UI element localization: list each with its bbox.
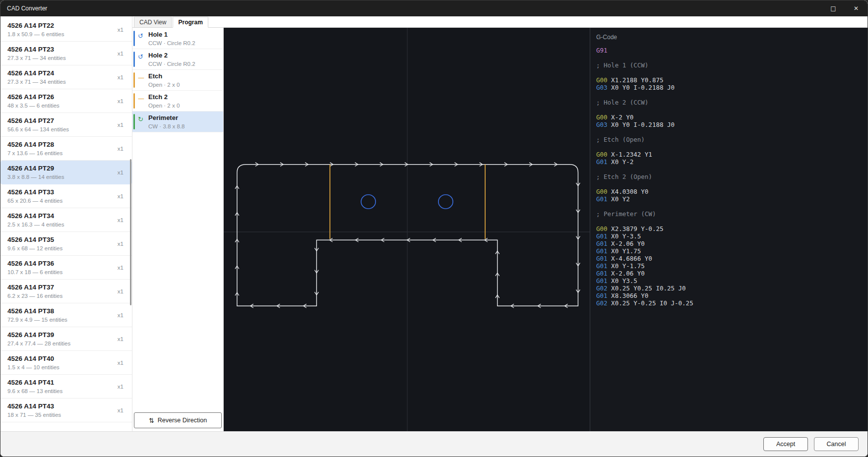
part-name: 4526 A14 PT27: [7, 117, 114, 125]
part-list-item[interactable]: 4526 A14 PT419.6 x 68 — 13 entitiesx1: [0, 375, 132, 399]
gcode-line: G01 X0 Y-1.75: [596, 262, 862, 270]
part-info: 4526 A14 PT221.8 x 50.9 — 6 entities: [7, 22, 114, 37]
part-detail: 27.4 x 77.4 — 28 entities: [7, 341, 114, 346]
gcode-cmd: G01: [596, 158, 608, 166]
part-info: 4526 A14 PT401.5 x 4 — 10 entities: [7, 355, 114, 370]
part-list-item[interactable]: 4526 A14 PT3365 x 20.6 — 4 entitiesx1: [0, 184, 132, 208]
operation-item[interactable]: —Etch 2Open · 2 x 0: [132, 91, 223, 112]
tab-cad-view[interactable]: CAD View: [134, 17, 172, 28]
gcode-args: X0 Y-2: [608, 158, 634, 166]
gcode-cmd: G01: [596, 195, 608, 203]
part-detail: 27.3 x 71 — 34 entities: [7, 79, 114, 85]
op-accent-bar: [133, 114, 135, 129]
gcode-line: G03 X0 Y0 I-0.2188 J0: [596, 121, 862, 128]
cad-canvas[interactable]: [224, 28, 590, 431]
part-name: 4526 A14 PT44: [7, 430, 114, 431]
part-list-item[interactable]: 4526 A14 PT359.6 x 68 — 12 entitiesx1: [0, 232, 132, 256]
gcode-args: X0 Y3.5: [608, 277, 637, 285]
gcode-cmd: G02: [596, 299, 608, 307]
gcode-panel: G-Code G91 ; Hole 1 (CCW) G00 X1.2188 Y0…: [590, 28, 868, 431]
part-list-item[interactable]: 4526 A14 PT221.8 x 50.9 — 6 entitiesx1: [0, 18, 132, 42]
part-qty: x1: [118, 431, 124, 432]
part-list-item[interactable]: 4526 A14 PT44x1: [0, 422, 132, 431]
gcode-line: [596, 218, 862, 225]
ccw-arrow-icon: ↺: [138, 53, 143, 60]
part-info: 4526 A14 PT3365 x 20.6 — 4 entities: [7, 188, 114, 204]
gcode-line: ; Perimeter (CW): [596, 210, 862, 218]
operation-info: Hole 1CCW · Circle R0.2: [148, 31, 219, 46]
reverse-direction-button[interactable]: ⇅ Reverse Direction: [134, 412, 222, 428]
gcode-args: X0 Y2: [608, 195, 630, 203]
operation-item[interactable]: ↺Hole 2CCW · Circle R0.2: [132, 49, 223, 70]
etch-line-icon: —: [138, 74, 144, 81]
part-list-item[interactable]: 4526 A14 PT2327.3 x 71 — 34 entitiesx1: [0, 42, 132, 65]
cancel-button[interactable]: Cancel: [814, 437, 859, 451]
part-list: 4526 A14 PT221.8 x 50.9 — 6 entitiesx145…: [0, 16, 132, 431]
sidebar-scrollbar[interactable]: [130, 159, 131, 305]
gcode-args: X0.25 Y-0.25 I0 J-0.25: [608, 299, 693, 307]
part-qty: x1: [118, 336, 124, 342]
op-accent-bar: [133, 31, 135, 46]
part-detail: 10.7 x 18 — 6 entities: [7, 269, 114, 275]
gcode-args: X4.0308 Y0: [608, 188, 649, 195]
operation-item[interactable]: ↺Hole 1CCW · Circle R0.2: [132, 28, 223, 49]
close-icon[interactable]: ✕: [845, 0, 868, 16]
part-list-item[interactable]: 4526 A14 PT293.8 x 8.8 — 14 entitiesx1: [0, 161, 132, 184]
gcode-args: X2.3879 Y-0.25: [608, 225, 664, 232]
part-list-item[interactable]: 4526 A14 PT287 x 13.6 — 16 entitiesx1: [0, 137, 132, 161]
accept-button[interactable]: Accept: [763, 437, 808, 451]
part-qty: x1: [118, 51, 124, 57]
gcode-line: G00 X-2 Y0: [596, 114, 862, 121]
part-list-item[interactable]: 4526 A14 PT342.5 x 16.3 — 4 entitiesx1: [0, 208, 132, 232]
part-list-item[interactable]: 4526 A14 PT3927.4 x 77.4 — 28 entitiesx1: [0, 327, 132, 351]
gcode-cmd: G01: [596, 277, 608, 285]
gcode-args: X0.25 Y0.25 I0.25 J0: [608, 285, 686, 292]
ccw-arrow-icon: ↺: [138, 32, 143, 40]
part-info: 4526 A14 PT2427.3 x 71 — 34 entities: [7, 69, 114, 85]
part-list-item[interactable]: 4526 A14 PT2427.3 x 71 — 34 entitiesx1: [0, 65, 132, 89]
gcode-line: [596, 128, 862, 136]
part-list-item[interactable]: 4526 A14 PT2648 x 3.5 — 6 entitiesx1: [0, 89, 132, 113]
operation-item[interactable]: —EtchOpen · 2 x 0: [132, 70, 223, 91]
part-name: 4526 A14 PT26: [7, 93, 114, 101]
part-qty: x1: [118, 122, 124, 128]
gcode-cmd: G03: [596, 121, 608, 128]
canvas-area: [224, 28, 590, 431]
part-list-item[interactable]: 4526 A14 PT3872.9 x 4.9 — 15 entitiesx1: [0, 303, 132, 327]
gcode-cmd: G01: [596, 240, 608, 247]
gcode-line: G01 X0 Y1.75: [596, 247, 862, 255]
operation-info: PerimeterCW · 3.8 x 8.8: [148, 114, 219, 129]
tab-program[interactable]: Program: [173, 17, 208, 28]
part-list-item[interactable]: 4526 A14 PT3610.7 x 18 — 6 entitiesx1: [0, 256, 132, 280]
part-detail: 3.8 x 8.8 — 14 entities: [7, 174, 114, 180]
gcode-cmd: G02: [596, 285, 608, 292]
part-detail: 9.6 x 68 — 13 entities: [7, 388, 114, 394]
part-info: 4526 A14 PT293.8 x 8.8 — 14 entities: [7, 165, 114, 180]
gcode-line: G01 X8.3066 Y0: [596, 292, 862, 299]
gcode-args: X8.3066 Y0: [608, 292, 649, 299]
part-list-item[interactable]: 4526 A14 PT4318 x 71 — 35 entitiesx1: [0, 399, 132, 422]
part-detail: 18 x 71 — 35 entities: [7, 412, 114, 418]
part-qty: x1: [118, 288, 124, 294]
gcode-line: G01 X0 Y-3.5: [596, 232, 862, 240]
operation-detail: Open · 2 x 0: [148, 82, 219, 88]
operation-detail: Open · 2 x 0: [148, 103, 219, 109]
part-qty: x1: [118, 241, 124, 247]
operation-detail: CW · 3.8 x 8.8: [148, 123, 219, 129]
part-list-item[interactable]: 4526 A14 PT376.2 x 23 — 16 entitiesx1: [0, 280, 132, 303]
tabstrip: CAD ViewProgram: [132, 16, 868, 28]
gcode-line: [596, 203, 862, 210]
part-info: 4526 A14 PT3927.4 x 77.4 — 28 entities: [7, 331, 114, 346]
maximize-icon[interactable]: □: [822, 0, 845, 16]
part-list-item[interactable]: 4526 A14 PT2756.6 x 64 — 134 entitiesx1: [0, 113, 132, 137]
gcode-line: [596, 54, 862, 61]
part-name: 4526 A14 PT24: [7, 69, 114, 77]
operation-item[interactable]: ↻PerimeterCW · 3.8 x 8.8: [132, 112, 223, 132]
gcode-header: G-Code: [596, 34, 862, 41]
gcode-line: [596, 91, 862, 99]
operations-list: ↺Hole 1CCW · Circle R0.2↺Hole 2CCW · Cir…: [132, 28, 223, 408]
footer: Accept Cancel: [0, 431, 868, 457]
part-list-item[interactable]: 4526 A14 PT401.5 x 4 — 10 entitiesx1: [0, 351, 132, 375]
part-detail: 1.8 x 50.9 — 6 entities: [7, 31, 114, 37]
gcode-lines: G91 ; Hole 1 (CCW) G00 X1.2188 Y0.875G03…: [596, 47, 862, 307]
